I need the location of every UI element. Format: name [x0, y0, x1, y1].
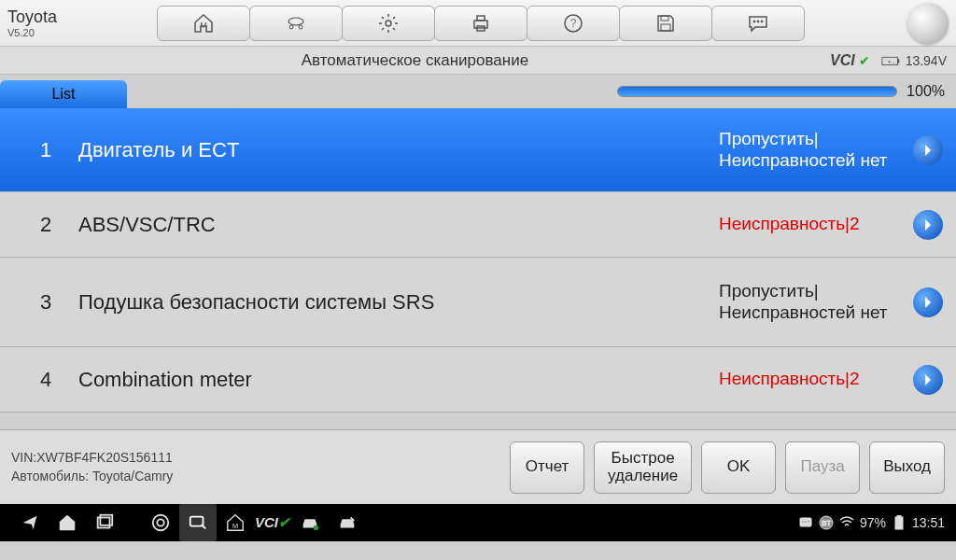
printer-icon: [470, 12, 492, 35]
tablet-icon: [188, 512, 208, 533]
voltage-value: 13.94V: [906, 53, 947, 68]
row-arrow-button[interactable]: [913, 365, 943, 395]
row-status: Пропустить|Неисправностей нет: [719, 281, 906, 324]
progress-bar: [617, 86, 897, 97]
row-status: Пропустить|Неисправностей нет: [719, 129, 906, 172]
row-arrow-button[interactable]: [913, 135, 943, 165]
nav-home[interactable]: [49, 504, 86, 541]
top-toolbar: Toyota V5.20 M ?: [0, 0, 956, 47]
wifi-icon: [839, 515, 854, 530]
brand-version: V5.20: [7, 27, 157, 38]
svg-point-3: [299, 25, 302, 29]
row-number: 3: [13, 290, 78, 315]
vehicle-info: VIN:XW7BF4FK20S156111 Автомобиль: Toyota…: [11, 449, 173, 485]
ok-button[interactable]: OK: [701, 441, 776, 494]
vin-text: VIN:XW7BF4FK20S156111: [11, 449, 173, 468]
page-title: Автоматическое сканирование: [0, 51, 830, 70]
m-home-icon: M: [225, 512, 246, 533]
svg-point-29: [808, 521, 809, 523]
nav-app-diag[interactable]: [179, 504, 217, 541]
record-orb[interactable]: [907, 3, 949, 44]
row-name: Combination meter: [78, 368, 719, 392]
clock: 13:51: [912, 515, 945, 530]
row-number: 4: [13, 368, 78, 392]
row-name: Подушка безопасности системы SRS: [78, 290, 719, 315]
svg-rect-5: [474, 21, 487, 28]
footer-bar: VIN:XW7BF4FK20S156111 Автомобиль: Toyota…: [0, 429, 956, 504]
battery-icon: [892, 515, 907, 530]
row-name: ABS/VSC/TRC: [78, 213, 719, 237]
progress-percent: 100%: [907, 83, 945, 100]
recent-icon: [94, 512, 115, 533]
pause-button[interactable]: Пауза: [785, 441, 860, 494]
svg-point-12: [753, 21, 755, 22]
svg-rect-6: [477, 16, 485, 21]
android-navbar: M VCI✔ BT 97% 13:51: [0, 504, 956, 541]
svg-rect-11: [661, 24, 670, 31]
back-icon: [20, 512, 40, 533]
chevron-right-icon: [921, 295, 935, 310]
nav-service[interactable]: [329, 504, 366, 541]
nav-vci[interactable]: VCI✔: [254, 504, 291, 541]
report-button[interactable]: Отчет: [510, 441, 584, 494]
svg-point-2: [289, 25, 293, 29]
vehicle-button[interactable]: [249, 6, 343, 41]
svg-rect-16: [897, 59, 899, 63]
chevron-right-icon: [921, 372, 935, 387]
help-button[interactable]: ?: [527, 6, 620, 41]
vehicle-icon: [285, 12, 307, 35]
list-row[interactable]: 2 ABS/VSC/TRC Неисправность|2: [0, 192, 956, 258]
save-icon: [654, 12, 677, 35]
row-arrow-button[interactable]: [913, 210, 943, 240]
quick-erase-button[interactable]: Быстрое удаление: [594, 441, 692, 494]
list-row[interactable]: 1 Двигатель и ECT Пропустить|Неисправнос…: [0, 108, 956, 192]
svg-point-1: [288, 18, 303, 25]
vci-label: VCI: [830, 52, 855, 69]
datalog-button[interactable]: [711, 6, 805, 41]
settings-button[interactable]: [342, 6, 435, 41]
row-arrow-button[interactable]: [913, 287, 943, 317]
svg-point-21: [153, 515, 169, 531]
row-number: 2: [13, 213, 78, 237]
exit-button[interactable]: Выход: [869, 441, 945, 494]
svg-text:M: M: [232, 522, 238, 530]
nav-app-home[interactable]: M: [217, 504, 254, 541]
svg-point-13: [757, 21, 759, 22]
sub-toolbar: Автоматическое сканирование VCI ✔ +- 13.…: [0, 47, 956, 75]
nav-chrome[interactable]: [142, 504, 179, 541]
tab-list[interactable]: List: [0, 80, 127, 108]
row-number: 1: [13, 138, 78, 162]
home-button[interactable]: M: [157, 6, 250, 41]
vehicle-text: Автомобиль: Toyota/Camry: [11, 468, 173, 486]
chat-icon: [747, 12, 769, 35]
row-status: Неисправность|2: [719, 369, 906, 390]
voltage-indicator: +- 13.94V: [881, 53, 947, 68]
save-button[interactable]: [619, 6, 712, 41]
battery-icon: +-: [881, 54, 902, 67]
system-list: 1 Двигатель и ECT Пропустить|Неисправнос…: [0, 108, 956, 429]
nav-recent[interactable]: [86, 504, 123, 541]
status-tray: BT 97% 13:51: [798, 515, 945, 530]
svg-text:?: ?: [570, 17, 577, 30]
bt-icon: BT: [819, 515, 834, 530]
nav-car[interactable]: [291, 504, 329, 541]
progress-wrap: 100%: [127, 83, 956, 100]
notification-icon: [798, 515, 813, 530]
svg-point-22: [157, 519, 163, 525]
svg-point-27: [802, 521, 804, 523]
svg-text:BT: BT: [822, 519, 831, 527]
svg-rect-33: [897, 515, 901, 517]
chevron-right-icon: [921, 217, 935, 232]
svg-point-28: [805, 521, 807, 523]
brand-block: Toyota V5.20: [7, 7, 157, 38]
print-button[interactable]: [434, 6, 527, 41]
list-row[interactable]: 4 Combination meter Неисправность|2: [0, 347, 956, 413]
vci-check-icon: ✔: [859, 53, 870, 68]
nav-back[interactable]: [11, 504, 49, 541]
svg-text:M: M: [200, 21, 207, 30]
battery-pct: 97%: [860, 515, 886, 530]
list-row[interactable]: 3 Подушка безопасности системы SRS Пропу…: [0, 258, 956, 347]
gear-icon: [377, 12, 400, 35]
chevron-right-icon: [921, 143, 935, 158]
row-status: Неисправность|2: [719, 214, 906, 235]
